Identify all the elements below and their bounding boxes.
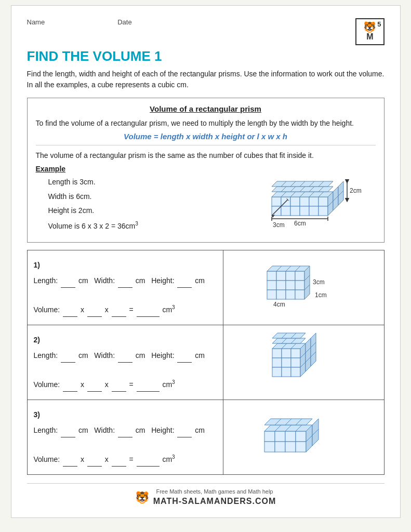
info-box: Volume of a rectangular prism To find th… — [27, 98, 385, 243]
example-text: Example Length is 3cm. Width is 6cm. Hei… — [36, 165, 261, 235]
svg-rect-7 — [281, 206, 290, 216]
problem-row-1: 1) Length: cm Width: cm Height: cm — [27, 250, 384, 325]
vol-blank-3c[interactable] — [112, 466, 126, 467]
svg-rect-9 — [300, 206, 309, 216]
svg-text:4cm: 4cm — [273, 301, 285, 308]
vol-blank-3d[interactable] — [137, 466, 160, 467]
vol-blank-1b[interactable] — [87, 316, 102, 317]
height-blank-3[interactable] — [177, 437, 192, 437]
width-blank-2[interactable] — [118, 362, 132, 363]
footer-logo: 🐯 Free Math sheets, Math games and Math … — [27, 488, 385, 508]
length-label-1: Length: — [34, 276, 58, 285]
problem-3-prism — [251, 405, 355, 468]
vol-blank-2c[interactable] — [112, 391, 126, 392]
svg-rect-70 — [291, 349, 300, 358]
width-label-1: Width: — [94, 276, 115, 285]
length-label-3: Length: — [34, 426, 58, 434]
logo-letter: M — [366, 32, 373, 42]
problems-table: 1) Length: cm Width: cm Height: cm — [27, 250, 385, 475]
svg-rect-100 — [275, 442, 285, 452]
svg-text:3cm: 3cm — [313, 278, 325, 286]
svg-rect-96 — [275, 431, 285, 442]
height-label-1: Height: — [151, 276, 174, 285]
cm-3b: cm — [136, 426, 145, 434]
problem-3-left: 3) Length: cm Width: cm Height: cm — [27, 400, 223, 474]
vol-blank-2b[interactable] — [87, 391, 102, 392]
length-blank-2[interactable] — [61, 362, 75, 363]
cm-1a: cm — [78, 276, 88, 285]
svg-rect-51 — [276, 281, 286, 290]
svg-text:2cm: 2cm — [350, 187, 362, 194]
vol-blank-1a[interactable] — [63, 316, 77, 317]
svg-rect-46 — [267, 271, 276, 281]
length-blank-1[interactable] — [61, 287, 75, 288]
problem-1-volume: Volume: x x = cm3 — [34, 302, 217, 317]
svg-rect-48 — [286, 271, 295, 281]
vol-eq-2: = — [129, 380, 135, 389]
svg-rect-99 — [264, 442, 275, 452]
svg-rect-11 — [319, 206, 328, 216]
svg-rect-102 — [296, 442, 306, 452]
problem-row-2: 2) Length: cm Width: cm Height: cm — [27, 325, 384, 400]
name-date-row: Name Date — [27, 18, 132, 26]
length-label-2: Length: — [34, 351, 58, 360]
svg-rect-101 — [285, 442, 296, 452]
name-label: Name — [27, 18, 45, 26]
vol-eq-3: = — [129, 455, 135, 463]
footer-tagline: Free Math sheets, Math games and Math he… — [153, 488, 276, 496]
problem-1-prism: 3cm 4cm 1cm — [251, 256, 355, 318]
example-prism-diagram: 2cm 6cm 3cm — [261, 166, 376, 233]
svg-rect-47 — [276, 271, 286, 281]
svg-rect-54 — [267, 290, 276, 299]
height-blank-2[interactable] — [177, 362, 192, 363]
vol-x-1a: x — [81, 305, 86, 314]
date-label: Date — [117, 18, 131, 26]
header: Name Date 5 🐯 M — [27, 18, 385, 45]
vol-blank-2d[interactable] — [137, 391, 160, 392]
vol-x-2b: x — [105, 380, 111, 389]
vol-blank-3a[interactable] — [63, 466, 77, 467]
example-length: Length is 3cm. — [36, 176, 261, 189]
problem-3-volume: Volume: x x = cm3 — [34, 452, 217, 467]
vol-blank-2a[interactable] — [63, 391, 77, 392]
problem-2-prism — [251, 330, 355, 393]
svg-rect-98 — [296, 431, 306, 442]
cm-2b: cm — [136, 351, 145, 360]
example-width: Width is 6cm. — [36, 191, 261, 203]
footer-text-block: Free Math sheets, Math games and Math he… — [153, 488, 276, 508]
width-label-2: Width: — [94, 351, 115, 360]
cube-note: The volume of a rectangular prism is the… — [36, 145, 376, 161]
svg-rect-5 — [319, 197, 328, 206]
width-blank-3[interactable] — [118, 437, 132, 437]
cm-3c: cm — [195, 426, 205, 434]
vol-blank-1c[interactable] — [112, 316, 126, 317]
cm-2c: cm — [195, 351, 205, 360]
cm-2a: cm — [78, 351, 88, 360]
intro-text: Find the length, width and height of eac… — [27, 69, 385, 90]
svg-rect-4 — [309, 197, 319, 206]
height-label-3: Height: — [151, 426, 174, 434]
svg-rect-69 — [282, 349, 291, 358]
svg-rect-72 — [282, 358, 291, 367]
vol-cm3-3: cm3 — [162, 455, 175, 463]
svg-rect-76 — [291, 367, 300, 377]
problem-2-left: 2) Length: cm Width: cm Height: cm — [27, 325, 223, 400]
problem-2-number: 2) — [34, 332, 217, 347]
width-blank-1[interactable] — [118, 287, 132, 288]
svg-rect-73 — [291, 358, 300, 367]
problem-3-dimensions: Length: cm Width: cm Height: cm — [34, 423, 217, 437]
vol-blank-1d[interactable] — [137, 316, 160, 317]
example-section: Example Length is 3cm. Width is 6cm. Hei… — [36, 165, 376, 235]
svg-rect-0 — [272, 197, 281, 206]
cm-1b: cm — [136, 276, 145, 285]
length-blank-3[interactable] — [61, 437, 75, 437]
svg-rect-97 — [285, 431, 296, 442]
svg-text:1cm: 1cm — [315, 291, 327, 299]
footer: 🐯 Free Math sheets, Math games and Math … — [27, 483, 385, 508]
svg-rect-50 — [267, 281, 276, 290]
svg-text:3cm: 3cm — [273, 221, 285, 229]
vol-blank-3b[interactable] — [87, 466, 102, 467]
height-blank-1[interactable] — [177, 287, 192, 288]
svg-rect-57 — [295, 290, 304, 299]
vol-cm3-1: cm3 — [162, 305, 175, 314]
